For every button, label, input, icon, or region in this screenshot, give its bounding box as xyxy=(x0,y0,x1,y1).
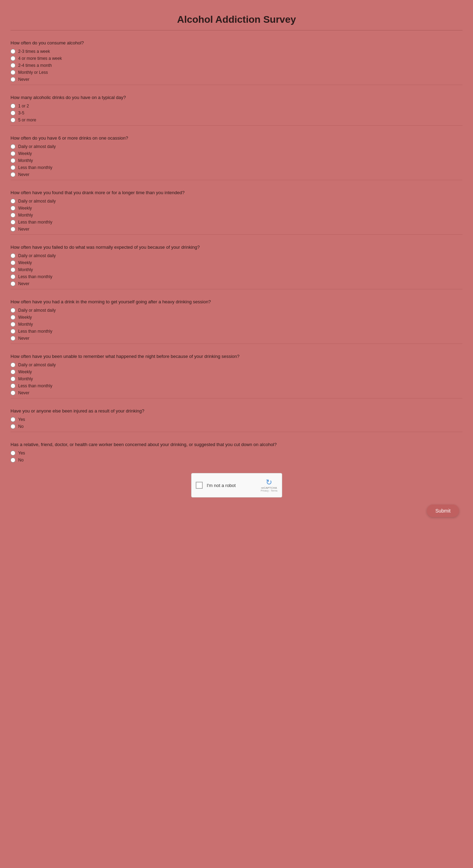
option-row-q4-2[interactable]: Monthly xyxy=(11,213,462,218)
divider-4 xyxy=(11,289,462,289)
option-row-q6-2[interactable]: Monthly xyxy=(11,322,462,327)
radio-q8-0[interactable] xyxy=(11,417,15,422)
option-row-q5-0[interactable]: Daily or almost daily xyxy=(11,253,462,258)
radio-q6-1[interactable] xyxy=(11,315,15,320)
radio-q5-0[interactable] xyxy=(11,253,15,258)
radio-q3-2[interactable] xyxy=(11,158,15,163)
option-row-q6-4[interactable]: Never xyxy=(11,336,462,341)
option-row-q1-2[interactable]: 2-4 times a month xyxy=(11,63,462,68)
option-row-q5-3[interactable]: Less than monthly xyxy=(11,274,462,279)
radio-q7-4[interactable] xyxy=(11,390,15,395)
option-row-q8-0[interactable]: Yes xyxy=(11,417,462,422)
radio-q3-1[interactable] xyxy=(11,151,15,156)
radio-q8-1[interactable] xyxy=(11,424,15,429)
radio-q3-0[interactable] xyxy=(11,144,15,149)
option-row-q6-1[interactable]: Weekly xyxy=(11,315,462,320)
question-block-q5: How often have you failed to do what was… xyxy=(11,245,462,289)
option-label-q1-3: Monthly or Less xyxy=(18,70,48,75)
radio-q6-0[interactable] xyxy=(11,308,15,313)
option-row-q7-3[interactable]: Less than monthly xyxy=(11,383,462,388)
radio-q4-3[interactable] xyxy=(11,220,15,225)
captcha-widget[interactable]: I'm not a robot ↻ reCAPTCHA Privacy - Te… xyxy=(11,473,462,497)
radio-q7-2[interactable] xyxy=(11,376,15,381)
option-row-q1-4[interactable]: Never xyxy=(11,77,462,82)
radio-q6-3[interactable] xyxy=(11,329,15,334)
option-label-q2-0: 1 or 2 xyxy=(18,104,29,108)
option-label-q4-1: Weekly xyxy=(18,206,32,211)
option-row-q3-0[interactable]: Daily or almost daily xyxy=(11,144,462,149)
radio-q4-1[interactable] xyxy=(11,206,15,211)
option-row-q4-0[interactable]: Daily or almost daily xyxy=(11,199,462,204)
option-row-q7-0[interactable]: Daily or almost daily xyxy=(11,362,462,367)
option-row-q2-2[interactable]: 5 or more xyxy=(11,118,462,122)
option-label-q1-1: 4 or more times a week xyxy=(18,56,62,61)
option-row-q5-1[interactable]: Weekly xyxy=(11,260,462,265)
option-row-q1-0[interactable]: 2-3 times a week xyxy=(11,49,462,54)
option-label-q7-0: Daily or almost daily xyxy=(18,362,56,367)
radio-q7-1[interactable] xyxy=(11,369,15,374)
radio-q1-2[interactable] xyxy=(11,63,15,68)
option-row-q8-1[interactable]: No xyxy=(11,424,462,429)
option-row-q3-3[interactable]: Less than monthly xyxy=(11,165,462,170)
radio-q6-4[interactable] xyxy=(11,336,15,341)
radio-q2-1[interactable] xyxy=(11,111,15,115)
option-row-q6-3[interactable]: Less than monthly xyxy=(11,329,462,334)
radio-q9-1[interactable] xyxy=(11,458,15,463)
radio-q7-0[interactable] xyxy=(11,362,15,367)
option-row-q1-1[interactable]: 4 or more times a week xyxy=(11,56,462,61)
option-row-q9-1[interactable]: No xyxy=(11,458,462,463)
captcha-checkbox[interactable] xyxy=(196,482,203,489)
radio-q5-3[interactable] xyxy=(11,274,15,279)
option-label-q1-4: Never xyxy=(18,77,29,82)
option-label-q7-3: Less than monthly xyxy=(18,383,52,388)
divider-0 xyxy=(11,85,462,85)
divider-1 xyxy=(11,125,462,126)
option-row-q1-3[interactable]: Monthly or Less xyxy=(11,70,462,75)
radio-q4-2[interactable] xyxy=(11,213,15,218)
option-row-q9-0[interactable]: Yes xyxy=(11,451,462,456)
option-row-q4-3[interactable]: Less than monthly xyxy=(11,220,462,225)
option-row-q3-2[interactable]: Monthly xyxy=(11,158,462,163)
question-block-q6: How often have you had a drink in the mo… xyxy=(11,299,462,344)
radio-q3-3[interactable] xyxy=(11,165,15,170)
option-row-q7-1[interactable]: Weekly xyxy=(11,369,462,374)
captcha-logo: ↻ reCAPTCHA Privacy - Terms xyxy=(260,479,277,492)
question-label-q3: How often do you have 6 or more drinks o… xyxy=(11,135,462,141)
radio-q6-2[interactable] xyxy=(11,322,15,327)
radio-q7-3[interactable] xyxy=(11,383,15,388)
option-label-q4-0: Daily or almost daily xyxy=(18,199,56,204)
radio-q1-4[interactable] xyxy=(11,77,15,82)
option-row-q4-4[interactable]: Never xyxy=(11,227,462,232)
option-row-q6-0[interactable]: Daily or almost daily xyxy=(11,308,462,313)
option-row-q3-4[interactable]: Never xyxy=(11,172,462,177)
option-label-q7-1: Weekly xyxy=(18,369,32,374)
option-row-q2-1[interactable]: 3-5 xyxy=(11,111,462,115)
radio-q5-4[interactable] xyxy=(11,281,15,286)
divider-6 xyxy=(11,398,462,398)
radio-q2-0[interactable] xyxy=(11,104,15,108)
radio-q4-4[interactable] xyxy=(11,227,15,232)
divider-2 xyxy=(11,180,462,180)
radio-q9-0[interactable] xyxy=(11,451,15,456)
radio-q2-2[interactable] xyxy=(11,118,15,122)
divider-5 xyxy=(11,344,462,344)
option-row-q3-1[interactable]: Weekly xyxy=(11,151,462,156)
option-row-q7-2[interactable]: Monthly xyxy=(11,376,462,381)
radio-q1-3[interactable] xyxy=(11,70,15,75)
radio-q4-0[interactable] xyxy=(11,199,15,204)
question-label-q7: How often have you been unable to rememb… xyxy=(11,354,462,359)
option-row-q5-4[interactable]: Never xyxy=(11,281,462,286)
option-row-q4-1[interactable]: Weekly xyxy=(11,206,462,211)
option-row-q2-0[interactable]: 1 or 2 xyxy=(11,104,462,108)
radio-q5-1[interactable] xyxy=(11,260,15,265)
radio-q1-1[interactable] xyxy=(11,56,15,61)
option-label-q7-4: Never xyxy=(18,390,29,395)
option-row-q7-4[interactable]: Never xyxy=(11,390,462,395)
submit-button[interactable]: Submit xyxy=(427,504,459,517)
radio-q1-0[interactable] xyxy=(11,49,15,54)
radio-q3-4[interactable] xyxy=(11,172,15,177)
divider-3 xyxy=(11,234,462,235)
radio-q5-2[interactable] xyxy=(11,267,15,272)
option-label-q2-1: 3-5 xyxy=(18,111,24,115)
option-row-q5-2[interactable]: Monthly xyxy=(11,267,462,272)
